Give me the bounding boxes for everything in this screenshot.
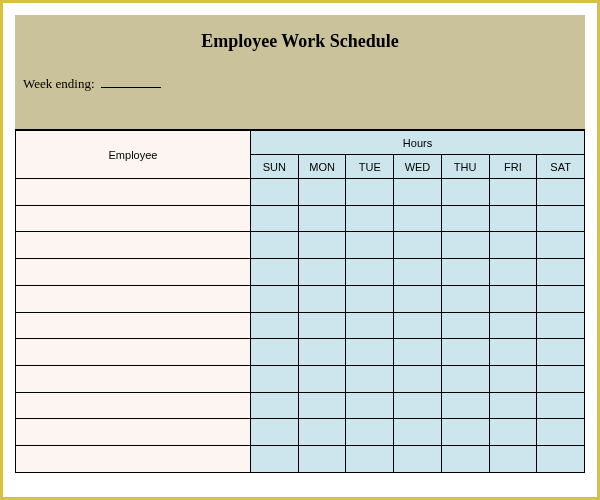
- hours-cell[interactable]: [251, 232, 299, 259]
- employee-cell[interactable]: [16, 179, 251, 206]
- hours-cell[interactable]: [394, 366, 442, 393]
- hours-cell[interactable]: [346, 312, 394, 339]
- hours-cell[interactable]: [537, 366, 585, 393]
- employee-cell[interactable]: [16, 259, 251, 286]
- hours-cell[interactable]: [346, 339, 394, 366]
- hours-cell[interactable]: [489, 312, 537, 339]
- hours-cell[interactable]: [537, 339, 585, 366]
- hours-cell[interactable]: [251, 179, 299, 206]
- hours-cell[interactable]: [394, 339, 442, 366]
- hours-cell[interactable]: [298, 419, 346, 446]
- hours-cell[interactable]: [298, 179, 346, 206]
- hours-cell[interactable]: [441, 419, 489, 446]
- hours-cell[interactable]: [489, 339, 537, 366]
- hours-cell[interactable]: [537, 179, 585, 206]
- hours-cell[interactable]: [537, 312, 585, 339]
- hours-cell[interactable]: [298, 366, 346, 393]
- hours-cell[interactable]: [251, 392, 299, 419]
- table-row: [16, 312, 585, 339]
- hours-cell[interactable]: [441, 285, 489, 312]
- week-ending-label: Week ending:: [23, 76, 95, 92]
- hours-cell[interactable]: [298, 312, 346, 339]
- hours-cell[interactable]: [346, 419, 394, 446]
- hours-cell[interactable]: [394, 392, 442, 419]
- hours-cell[interactable]: [346, 446, 394, 473]
- hours-cell[interactable]: [251, 446, 299, 473]
- hours-cell[interactable]: [489, 205, 537, 232]
- hours-cell[interactable]: [298, 339, 346, 366]
- hours-cell[interactable]: [394, 205, 442, 232]
- hours-cell[interactable]: [346, 259, 394, 286]
- hours-cell[interactable]: [394, 446, 442, 473]
- hours-cell[interactable]: [394, 179, 442, 206]
- employee-cell[interactable]: [16, 312, 251, 339]
- hours-cell[interactable]: [251, 366, 299, 393]
- day-header-tue: TUE: [346, 155, 394, 179]
- employee-cell[interactable]: [16, 419, 251, 446]
- hours-cell[interactable]: [346, 205, 394, 232]
- table-row: [16, 259, 585, 286]
- hours-cell[interactable]: [441, 366, 489, 393]
- table-row: [16, 392, 585, 419]
- hours-cell[interactable]: [298, 259, 346, 286]
- hours-cell[interactable]: [394, 232, 442, 259]
- day-header-sat: SAT: [537, 155, 585, 179]
- employee-cell[interactable]: [16, 205, 251, 232]
- hours-cell[interactable]: [537, 259, 585, 286]
- hours-cell[interactable]: [537, 205, 585, 232]
- hours-cell[interactable]: [537, 419, 585, 446]
- hours-cell[interactable]: [441, 205, 489, 232]
- hours-cell[interactable]: [298, 205, 346, 232]
- hours-cell[interactable]: [489, 392, 537, 419]
- hours-cell[interactable]: [251, 285, 299, 312]
- hours-cell[interactable]: [394, 419, 442, 446]
- hours-cell[interactable]: [346, 366, 394, 393]
- hours-cell[interactable]: [346, 232, 394, 259]
- hours-cell[interactable]: [441, 179, 489, 206]
- hours-cell[interactable]: [489, 259, 537, 286]
- hours-cell[interactable]: [394, 312, 442, 339]
- hours-cell[interactable]: [394, 285, 442, 312]
- hours-cell[interactable]: [537, 232, 585, 259]
- hours-cell[interactable]: [489, 366, 537, 393]
- hours-cell[interactable]: [251, 312, 299, 339]
- employee-cell[interactable]: [16, 446, 251, 473]
- hours-cell[interactable]: [298, 392, 346, 419]
- schedule-table-body: [16, 179, 585, 473]
- hours-cell[interactable]: [394, 259, 442, 286]
- hours-cell[interactable]: [251, 205, 299, 232]
- hours-cell[interactable]: [489, 285, 537, 312]
- employee-cell[interactable]: [16, 366, 251, 393]
- hours-column-header: Hours: [251, 131, 585, 155]
- employee-cell[interactable]: [16, 232, 251, 259]
- employee-cell[interactable]: [16, 285, 251, 312]
- hours-cell[interactable]: [441, 312, 489, 339]
- header-banner: Employee Work Schedule Week ending:: [15, 15, 585, 130]
- employee-cell[interactable]: [16, 339, 251, 366]
- hours-cell[interactable]: [489, 419, 537, 446]
- hours-cell[interactable]: [298, 285, 346, 312]
- hours-cell[interactable]: [346, 392, 394, 419]
- hours-cell[interactable]: [537, 446, 585, 473]
- hours-cell[interactable]: [489, 232, 537, 259]
- employee-cell[interactable]: [16, 392, 251, 419]
- hours-cell[interactable]: [298, 232, 346, 259]
- hours-cell[interactable]: [441, 339, 489, 366]
- hours-cell[interactable]: [489, 446, 537, 473]
- hours-cell[interactable]: [489, 179, 537, 206]
- hours-cell[interactable]: [537, 285, 585, 312]
- hours-cell[interactable]: [251, 259, 299, 286]
- table-row: [16, 446, 585, 473]
- hours-cell[interactable]: [441, 259, 489, 286]
- hours-cell[interactable]: [251, 339, 299, 366]
- table-row: [16, 366, 585, 393]
- hours-cell[interactable]: [441, 232, 489, 259]
- hours-cell[interactable]: [251, 419, 299, 446]
- hours-cell[interactable]: [441, 446, 489, 473]
- hours-cell[interactable]: [346, 179, 394, 206]
- hours-cell[interactable]: [298, 446, 346, 473]
- hours-cell[interactable]: [346, 285, 394, 312]
- hours-cell[interactable]: [441, 392, 489, 419]
- week-ending-input-line[interactable]: [101, 74, 161, 88]
- hours-cell[interactable]: [537, 392, 585, 419]
